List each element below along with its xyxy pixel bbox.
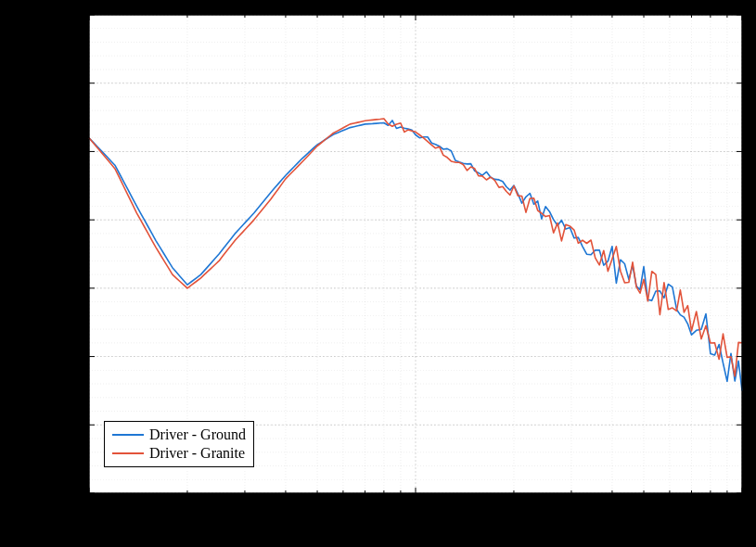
legend-swatch [112,434,144,436]
legend-label: Driver - Granite [149,445,245,462]
legend: Driver - Ground Driver - Granite [104,421,254,467]
legend-swatch [112,452,144,454]
legend-label: Driver - Ground [149,426,246,443]
legend-item-granite: Driver - Granite [112,444,246,463]
legend-item-ground: Driver - Ground [112,426,246,444]
